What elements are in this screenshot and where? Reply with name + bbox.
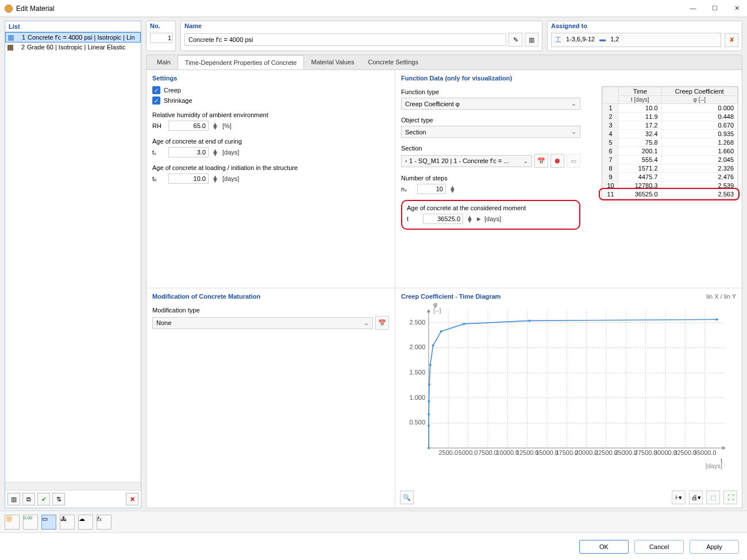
svg-text:7500.0: 7500.0 bbox=[478, 449, 498, 456]
print-icon[interactable]: 🖨▾ bbox=[689, 491, 703, 504]
maximize-icon[interactable]: ☐ bbox=[709, 5, 721, 12]
shrinkage-checkbox[interactable]: ✓ Shrinkage bbox=[152, 96, 389, 105]
svg-text:[--]: [--] bbox=[433, 307, 441, 314]
tab-material-values[interactable]: Material Values bbox=[304, 55, 361, 69]
calendar-icon[interactable]: 📅 bbox=[534, 154, 548, 168]
rh-input[interactable] bbox=[168, 121, 209, 131]
svg-point-45 bbox=[428, 400, 430, 402]
copy-icon[interactable]: ⧉ bbox=[22, 493, 35, 505]
tab-concrete-settings[interactable]: Concrete Settings bbox=[361, 55, 425, 69]
list-num: 2 bbox=[16, 44, 25, 51]
section-value: 1 - SQ_M1 20 | 1 - Concrete f'c = ... bbox=[409, 157, 509, 164]
view-mode-icon[interactable]: ▭ bbox=[41, 515, 56, 530]
info-icon[interactable]: ☁ bbox=[78, 515, 93, 530]
table-row[interactable]: 6200.11.660 bbox=[603, 147, 738, 156]
chevron-down-icon: ⌄ bbox=[364, 319, 369, 327]
settings-panel: Settings ✓ Creep ✓ Shrinkage Relative hu… bbox=[147, 70, 395, 288]
axis-config-icon[interactable]: ⊦▾ bbox=[672, 491, 686, 504]
new-icon[interactable]: ▥ bbox=[7, 493, 20, 505]
help-icon[interactable]: 🔆 bbox=[5, 515, 20, 530]
age-input[interactable] bbox=[423, 214, 463, 224]
function-data-panel: Function Data (only for visualization) F… bbox=[395, 70, 742, 288]
edit-name-icon[interactable]: ✎ bbox=[509, 33, 522, 47]
table-row[interactable]: 317.20.670 bbox=[603, 121, 738, 130]
check-icon[interactable]: ✔ bbox=[37, 493, 50, 505]
list-item[interactable]: 2 Grade 60 | Isotropic | Linear Elastic bbox=[5, 43, 141, 52]
maximize-chart-icon[interactable]: ⛶ bbox=[723, 491, 737, 504]
bottom-toolbar: 🔆 0,00 ▭ 🖧 ☁ f𝑥 bbox=[0, 511, 747, 532]
section-select[interactable]: ▪ 1 - SQ_M1 20 | 1 - Concrete f'c = ...⌄ bbox=[401, 155, 532, 167]
chevron-down-icon: ⌄ bbox=[571, 100, 576, 107]
table-row[interactable]: 110.00.000 bbox=[603, 104, 738, 113]
delete-icon[interactable]: ✕ bbox=[126, 493, 138, 505]
t0-unit: [days] bbox=[222, 175, 239, 182]
ts-symbol: tₛ bbox=[152, 149, 165, 156]
chevron-down-icon: ⌄ bbox=[523, 157, 528, 165]
library-icon[interactable]: ▥ bbox=[525, 33, 538, 47]
svg-point-47 bbox=[429, 364, 432, 366]
arrow-right-icon[interactable]: ▶ bbox=[477, 216, 481, 222]
table-row[interactable]: 211.90.448 bbox=[603, 113, 738, 121]
units-icon[interactable]: 0,00 bbox=[23, 515, 38, 530]
object-type-select[interactable]: Section⌄ bbox=[401, 126, 580, 138]
spinner-icon[interactable]: ▲▼ bbox=[212, 175, 219, 182]
svg-text:1.500: 1.500 bbox=[409, 369, 425, 376]
tab-time-dependent[interactable]: Time-Dependent Properties of Concrete bbox=[178, 55, 305, 70]
modification-panel: Modification of Concrete Maturation Modi… bbox=[147, 288, 395, 508]
function-data-table: Time Creep Coefficient t [days] φ [--] 1… bbox=[602, 86, 738, 199]
close-icon[interactable]: ✕ bbox=[731, 5, 742, 12]
checkmark-icon: ✓ bbox=[152, 96, 160, 105]
creep-checkbox[interactable]: ✓ Creep bbox=[152, 86, 389, 94]
steps-input[interactable] bbox=[417, 184, 446, 194]
svg-text:2.000: 2.000 bbox=[409, 343, 425, 350]
t0-input[interactable] bbox=[168, 173, 209, 184]
new-section-icon[interactable]: ▭ bbox=[567, 154, 580, 168]
tab-bar: Main Time-Dependent Properties of Concre… bbox=[146, 55, 742, 69]
table-row[interactable]: 7555.42.045 bbox=[603, 156, 738, 164]
assigned-val2: 1,2 bbox=[610, 36, 619, 44]
table-row[interactable]: 1136525.02.563 bbox=[603, 190, 738, 199]
ts-input[interactable] bbox=[168, 147, 209, 157]
table-row[interactable]: 94475.72.476 bbox=[603, 173, 738, 181]
spinner-icon[interactable]: ▲▼ bbox=[212, 122, 219, 129]
name-input[interactable]: Concrete f'c = 4000 psi bbox=[184, 33, 506, 46]
sort-icon[interactable]: ⇅ bbox=[52, 493, 65, 505]
creep-label: Creep bbox=[164, 87, 181, 94]
function-type-select[interactable]: Creep Coefficient φ⌄ bbox=[401, 98, 580, 110]
t0-label: Age of concrete at loading / initiation … bbox=[152, 164, 389, 171]
minimize-icon[interactable]: — bbox=[687, 5, 699, 12]
svg-text:1.000: 1.000 bbox=[409, 394, 425, 401]
table-row[interactable]: 81571.22.326 bbox=[603, 164, 738, 173]
table-row[interactable]: 432.40.935 bbox=[603, 130, 738, 138]
mod-type-select[interactable]: None⌄ bbox=[152, 317, 373, 329]
spinner-icon[interactable]: ▲▼ bbox=[449, 186, 456, 192]
svg-point-43 bbox=[428, 424, 430, 427]
export-icon[interactable]: ⬚ bbox=[706, 491, 720, 504]
apply-button[interactable]: Apply bbox=[690, 540, 739, 554]
assigned-input[interactable]: 工1-3,6,9-12 ▬1,2 bbox=[551, 33, 721, 47]
assigned-label: Assigned to bbox=[551, 22, 738, 29]
function-icon[interactable]: f𝑥 bbox=[97, 515, 111, 530]
cancel-button[interactable]: Cancel bbox=[634, 540, 684, 554]
list-item[interactable]: 1 Concrete f'c = 4000 psi | Isotropic | … bbox=[5, 32, 141, 43]
spinner-icon[interactable]: ▲▼ bbox=[467, 215, 473, 222]
h-scrollbar[interactable] bbox=[5, 482, 141, 490]
rh-unit: [%] bbox=[222, 122, 232, 129]
ok-button[interactable]: OK bbox=[579, 540, 629, 554]
list-label: Grade 60 | Isotropic | Linear Elastic bbox=[27, 44, 125, 51]
section-view-icon[interactable]: ⬢ bbox=[550, 154, 564, 168]
table-row[interactable]: 575.81.268 bbox=[603, 138, 738, 147]
pick-icon[interactable]: ✘ bbox=[725, 33, 738, 47]
list-toolbar: ▥ ⧉ ✔ ⇅ ✕ bbox=[5, 490, 141, 508]
zoom-icon[interactable]: 🔍 bbox=[400, 491, 414, 504]
list-num: 1 bbox=[16, 34, 25, 41]
table-row[interactable]: 1012780.32.539 bbox=[603, 181, 738, 190]
no-input[interactable] bbox=[150, 33, 173, 43]
svg-marker-40 bbox=[427, 309, 430, 312]
steps-label: Number of steps bbox=[401, 175, 580, 181]
ts-unit: [days] bbox=[222, 149, 239, 156]
spinner-icon[interactable]: ▲▼ bbox=[212, 149, 219, 156]
tab-main[interactable]: Main bbox=[150, 55, 178, 69]
calendar-icon[interactable]: 📅 bbox=[375, 316, 389, 330]
tree-icon[interactable]: 🖧 bbox=[60, 515, 75, 530]
